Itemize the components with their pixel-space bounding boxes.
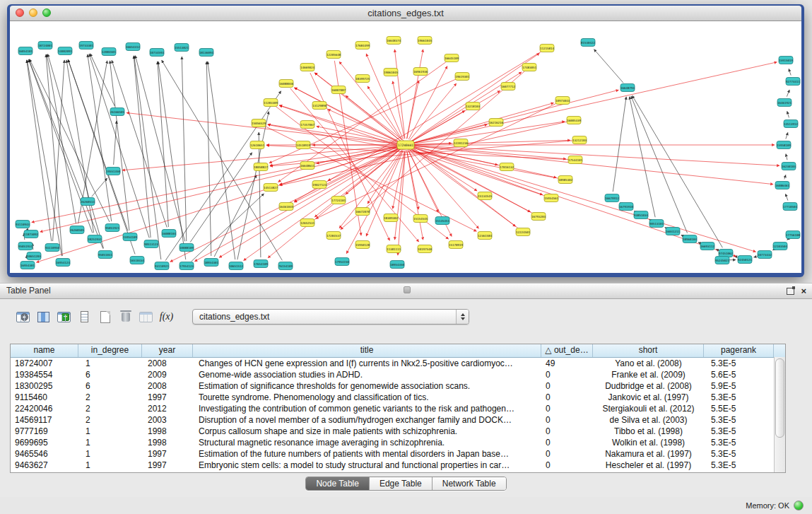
graph-edge[interactable]: [411, 147, 542, 194]
graph-edge[interactable]: [412, 103, 554, 144]
graph-edge[interactable]: [630, 97, 655, 217]
table-scrollbar[interactable]: [774, 357, 785, 472]
table-row[interactable]: 1830029562008Estimation of significance …: [11, 380, 785, 392]
column-header-0[interactable]: name: [11, 344, 78, 357]
graph-edge[interactable]: [632, 95, 723, 247]
graph-edge[interactable]: [410, 83, 457, 140]
graph-edge[interactable]: [786, 132, 788, 139]
function-builder-button[interactable]: f(x): [156, 307, 177, 327]
table-row[interactable]: 1938455462009Genome-wide association stu…: [11, 369, 785, 380]
scrollbar-thumb[interactable]: [775, 358, 784, 438]
table-cell: Dudbridge et al. (2008): [593, 380, 704, 392]
graph-edge[interactable]: [134, 56, 151, 238]
row-height-button[interactable]: [74, 307, 95, 327]
column-header-6[interactable]: pagerank: [704, 344, 774, 357]
graph-edge[interactable]: [787, 111, 789, 117]
select-columns-button[interactable]: [33, 307, 54, 327]
delete-table-button[interactable]: [115, 307, 136, 327]
graph-edge[interactable]: [214, 175, 257, 257]
graph-edge[interactable]: [784, 175, 786, 179]
graph-edge[interactable]: [412, 145, 779, 165]
graph-edge[interactable]: [407, 49, 423, 139]
graph-edge[interactable]: [393, 81, 405, 139]
graph-edge[interactable]: [134, 56, 161, 259]
graph-edge[interactable]: [190, 153, 252, 243]
graph-node-label: 18136094: [199, 51, 214, 54]
graph-edge[interactable]: [785, 194, 787, 200]
graph-edge[interactable]: [46, 54, 62, 256]
graph-edge[interactable]: [269, 79, 457, 163]
table-row[interactable]: 1872400712008Changes of HCN gene express…: [11, 358, 785, 369]
graph-edge[interactable]: [40, 146, 400, 232]
graph-edge[interactable]: [412, 140, 570, 144]
table-cell: 1997: [142, 460, 193, 471]
table-row[interactable]: 2242004622012Investigating the contribut…: [11, 403, 785, 414]
table-cell: 0: [541, 426, 593, 437]
graph-edge[interactable]: [88, 54, 112, 221]
import-table-button[interactable]: [136, 307, 156, 327]
float-panel-icon[interactable]: [787, 288, 794, 295]
table-cell: 9463627: [11, 460, 78, 471]
table-cell: Corpus callosum shape and size in male p…: [193, 426, 541, 437]
table-row[interactable]: 969969511998Structural magnetic resonanc…: [11, 437, 785, 448]
tab-network-table[interactable]: Network Table: [433, 477, 506, 490]
column-header-3[interactable]: title: [193, 344, 541, 357]
column-header-4[interactable]: △ out_de…: [541, 344, 593, 357]
graph-edge[interactable]: [206, 62, 211, 256]
graph-edge[interactable]: [48, 54, 104, 248]
graph-edge[interactable]: [114, 121, 117, 165]
table-row[interactable]: 977716911998Corpus callosum shape and si…: [11, 426, 785, 437]
graph-edge[interactable]: [317, 127, 399, 144]
close-panel-icon[interactable]: ×: [801, 284, 806, 298]
table-row[interactable]: 911546021997Tourette syndrome. Phenomeno…: [11, 392, 785, 403]
panel-resize-grip[interactable]: [404, 286, 411, 293]
graph-edge[interactable]: [268, 124, 559, 178]
table-toolbar: + f(x) citations_edges.txt: [0, 301, 812, 332]
column-header-5[interactable]: short: [593, 344, 704, 357]
graph-edge[interactable]: [367, 86, 402, 140]
graph-edge[interactable]: [314, 73, 401, 141]
network-graph[interactable]: 1724044112361584151789191019754011381111…: [10, 21, 801, 273]
graph-node-label: 16793203: [531, 215, 546, 218]
graph-edge[interactable]: [47, 54, 76, 223]
column-header-1[interactable]: in_degree: [78, 344, 142, 357]
graph-edge[interactable]: [314, 149, 401, 217]
table-row[interactable]: 946362711997Embryonic stem cells: a mode…: [11, 460, 785, 471]
graph-edge[interactable]: [110, 61, 129, 230]
table-select-dropdown[interactable]: citations_edges.txt: [192, 309, 469, 325]
graph-edge[interactable]: [270, 146, 399, 165]
graph-edge[interactable]: [789, 69, 791, 75]
graph-edge[interactable]: [407, 81, 419, 139]
graph-edge[interactable]: [613, 97, 626, 192]
graph-edge[interactable]: [594, 49, 624, 83]
graph-node-label: 15178919: [449, 243, 464, 247]
graph-edge[interactable]: [787, 90, 789, 97]
graph-edge[interactable]: [412, 90, 619, 144]
graph-edge[interactable]: [92, 178, 107, 197]
graph-edge[interactable]: [66, 60, 94, 233]
edit-table-button[interactable]: +: [54, 307, 74, 327]
graph-edge[interactable]: [787, 239, 789, 240]
graph-edge[interactable]: [28, 59, 92, 233]
graph-node-label: 26260505: [70, 228, 85, 232]
table-row[interactable]: 946554611997Estimation of the future num…: [11, 448, 785, 460]
new-table-button[interactable]: [95, 307, 115, 327]
graph-edge[interactable]: [411, 90, 500, 141]
graph-edge[interactable]: [32, 146, 399, 223]
tab-edge-table[interactable]: Edge Table: [370, 477, 433, 490]
network-canvas[interactable]: 1724044112361584151789191019754011381111…: [10, 21, 801, 273]
graph-edge[interactable]: [135, 56, 184, 242]
graph-node-label: 10088109: [180, 246, 194, 250]
graph-edge[interactable]: [29, 59, 103, 249]
graph-edge[interactable]: [412, 147, 756, 252]
table-settings-button[interactable]: [13, 307, 33, 327]
window-titlebar[interactable]: citations_edges.txt: [10, 6, 801, 21]
table-row[interactable]: 1456911722003Disruption of a novel membe…: [11, 414, 785, 426]
graph-edge[interactable]: [182, 57, 186, 241]
graph-edge[interactable]: [394, 49, 404, 139]
tab-node-table[interactable]: Node Table: [306, 477, 370, 490]
graph-edge[interactable]: [367, 151, 402, 204]
table-cell: 5.5E-5: [704, 403, 774, 414]
graph-edge[interactable]: [786, 154, 787, 160]
column-header-2[interactable]: year: [142, 344, 193, 357]
